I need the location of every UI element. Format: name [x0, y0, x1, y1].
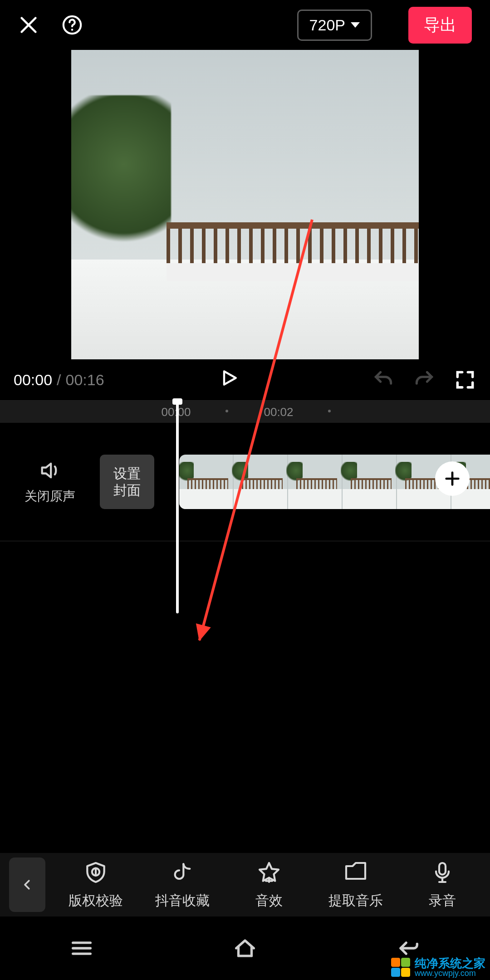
redo-button[interactable]	[413, 368, 436, 391]
current-time: 00:00	[14, 371, 52, 389]
ruler-tick: 00:02	[264, 405, 293, 419]
clip-thumb	[179, 455, 234, 509]
toolbar-item-label: 录音	[429, 892, 456, 910]
resolution-label: 720P	[309, 16, 345, 34]
export-button[interactable]: 导出	[408, 7, 472, 44]
toolbar-item-label: 提取音乐	[328, 892, 383, 910]
set-cover-button[interactable]: 设置 封面	[100, 455, 154, 509]
timeline-track-area[interactable]: 关闭原声 设置 封面	[0, 423, 490, 613]
system-home-button[interactable]	[163, 916, 327, 980]
toolbar-item-label: 版权校验	[69, 892, 123, 910]
toolbar-back-button[interactable]	[9, 858, 45, 912]
resolution-button[interactable]: 720P	[297, 10, 372, 41]
playhead[interactable]	[176, 400, 179, 613]
help-icon[interactable]	[62, 15, 83, 35]
chevron-down-icon	[351, 22, 360, 28]
mute-label: 关闭原声	[24, 488, 75, 505]
toolbar-copyright-check[interactable]: 版权校验	[62, 860, 130, 910]
fullscreen-button[interactable]	[454, 368, 476, 391]
svg-marker-4	[224, 371, 236, 384]
ruler-dot	[328, 410, 331, 412]
toolbar-item-label: 抖音收藏	[155, 892, 210, 910]
time-separator: /	[57, 371, 61, 389]
cover-label: 设置 封面	[113, 465, 141, 499]
toolbar-sound-effects[interactable]: 音效	[235, 860, 303, 910]
svg-rect-10	[439, 863, 446, 875]
toolbar-douyin-favorites[interactable]: 抖音收藏	[148, 860, 216, 910]
clip-thumb	[288, 455, 343, 509]
play-button[interactable]	[219, 368, 239, 392]
export-label: 导出	[424, 15, 456, 34]
watermark-title: 纯净系统之家	[415, 957, 485, 969]
toolbar-item-label: 音效	[255, 892, 283, 910]
undo-button[interactable]	[372, 368, 395, 391]
timeline-ruler[interactable]: 00:00 00:02	[0, 400, 490, 423]
watermark: 纯净系统之家 www.ycwpjy.com	[391, 957, 485, 977]
video-preview[interactable]	[71, 50, 419, 359]
watermark-logo-icon	[391, 958, 411, 977]
svg-marker-5	[42, 464, 51, 477]
svg-point-3	[71, 29, 74, 31]
toolbar-extract-music[interactable]: 提取音乐	[322, 860, 390, 910]
clip-thumb	[343, 455, 397, 509]
toolbar-record-audio[interactable]: 录音	[408, 860, 476, 910]
track-divider	[0, 541, 490, 541]
add-clip-button[interactable]	[435, 461, 470, 496]
watermark-url: www.ycwpjy.com	[415, 969, 485, 977]
close-icon[interactable]	[18, 15, 39, 35]
system-recents-button[interactable]	[0, 916, 163, 980]
total-time: 00:16	[66, 371, 104, 389]
ruler-dot	[225, 410, 228, 412]
mute-original-button[interactable]: 关闭原声	[0, 459, 100, 505]
